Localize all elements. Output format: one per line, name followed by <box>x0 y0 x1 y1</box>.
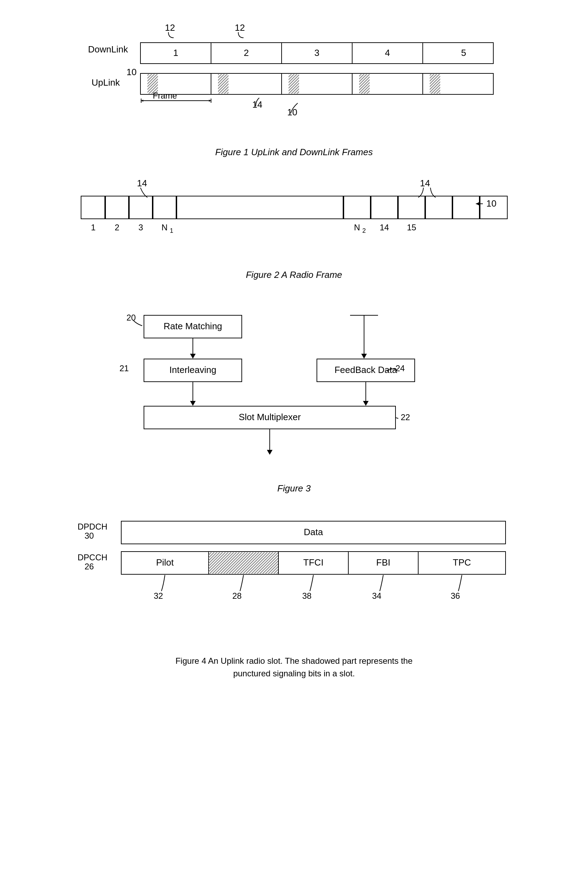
fig3-arrow4-head <box>267 450 273 455</box>
fig1-downlink-label: DownLink <box>88 44 128 54</box>
fig4-hatched <box>208 552 279 574</box>
svg-rect-12 <box>105 196 129 219</box>
fig1-label-12b: 12 <box>235 23 245 33</box>
fig3-label-20: 20 <box>126 313 136 322</box>
fig3-bracket-20 <box>134 321 142 326</box>
fig1-label-10: 10 <box>126 67 136 77</box>
fig3-fb-arrow-head <box>361 354 367 359</box>
fig4-bracket-32 <box>161 575 165 591</box>
fig1-ul-hatch4 <box>359 74 370 94</box>
fig1-ul-hatch5 <box>430 74 440 94</box>
fig1-bracket-12a <box>168 32 174 38</box>
fig4-dpcch-label-line2: 26 <box>84 562 94 571</box>
fig1-label-14: 14 <box>252 99 262 110</box>
fig1-ul-hatch3 <box>289 74 299 94</box>
figure1-caption: Figure 1 UpLink and DownLink Frames <box>28 147 560 158</box>
fig2-num-15: 15 <box>406 223 416 232</box>
fig4-tfci-text: TFCI <box>303 557 324 568</box>
fig4-data-text: Data <box>304 527 323 537</box>
fig1-ul-border <box>141 74 494 95</box>
figure4-diagram: DPDCH 30 Data DPCCH 26 Pilot TFCI FBI <box>67 515 521 648</box>
fig4-bracket-36 <box>458 575 462 591</box>
svg-rect-17 <box>370 196 398 219</box>
fig2-label-10: 10 <box>486 198 496 209</box>
fig1-dl-cell1: 1 <box>173 48 178 58</box>
fig2-num-n1: N <box>161 223 167 232</box>
svg-rect-16 <box>343 196 371 219</box>
fig1-dl-cell3: 3 <box>314 48 319 58</box>
fig2-label-14b: 14 <box>420 179 430 188</box>
fig2-label-14a: 14 <box>137 179 147 188</box>
fig2-num-n2: N <box>354 223 360 232</box>
fig1-dl-cell4: 4 <box>385 48 390 58</box>
figure4-caption: Figure 4 An Uplink radio slot. The shado… <box>28 655 560 680</box>
figure2-section: 14 14 10 <box>28 179 560 280</box>
fig4-bracket-34 <box>380 575 383 591</box>
fig1-bracket-12b <box>238 32 243 38</box>
fig3-feedback-text: FeedBack Data <box>334 365 397 375</box>
fig1-dl-cell2: 2 <box>243 48 248 58</box>
svg-rect-15 <box>176 196 344 219</box>
fig4-dpdch-label-line1: DPDCH <box>78 522 107 531</box>
fig3-rate-matching-text: Rate Matching <box>164 321 222 331</box>
fig1-ul-hatch2 <box>218 74 228 94</box>
svg-rect-11 <box>81 196 105 219</box>
fig3-arrow3-head <box>363 401 369 406</box>
svg-rect-18 <box>398 196 426 219</box>
fig4-pilot-text: Pilot <box>156 557 174 568</box>
fig2-num-1: 1 <box>91 223 95 232</box>
fig1-dl-cell5: 5 <box>461 48 466 58</box>
fig4-fbi-text: FBI <box>376 557 390 568</box>
figure2-diagram: 14 14 10 <box>67 179 521 263</box>
figure2-caption: Figure 2 A Radio Frame <box>28 269 560 280</box>
fig4-num-36: 36 <box>451 591 460 601</box>
fig4-bracket-28 <box>240 575 243 591</box>
figure4-caption-line2: punctured signaling bits in a slot. <box>233 669 355 678</box>
figure4-section: DPDCH 30 Data DPCCH 26 Pilot TFCI FBI <box>28 515 560 680</box>
svg-rect-14 <box>152 196 177 219</box>
fig2-num-14: 14 <box>380 223 389 232</box>
fig3-interleaving-text: Interleaving <box>169 365 216 375</box>
figure3-section: 20 Rate Matching 21 Interleaving 24 F <box>28 301 560 494</box>
fig4-num-34: 34 <box>372 591 381 601</box>
figure3-diagram: 20 Rate Matching 21 Interleaving 24 F <box>102 301 486 476</box>
fig3-arrow2-head <box>190 401 196 406</box>
figure3-caption: Figure 3 <box>28 483 560 494</box>
figure1-section: 12 12 DownLink 1 2 3 4 5 10 <box>28 21 560 158</box>
page: 12 12 DownLink 1 2 3 4 5 10 <box>0 0 588 877</box>
fig4-dpcch-label-line1: DPCCH <box>78 553 107 562</box>
fig1-label-12a: 12 <box>165 23 175 33</box>
svg-rect-19 <box>425 196 453 219</box>
fig2-num-n2-sub: 2 <box>362 227 366 234</box>
fig2-num-2: 2 <box>115 223 119 232</box>
fig4-tpc-text: TPC <box>453 557 471 568</box>
fig4-num-28: 28 <box>232 591 242 601</box>
fig4-dpdch-label-line2: 30 <box>84 531 94 541</box>
fig3-label-22: 22 <box>401 413 410 422</box>
fig4-num-32: 32 <box>154 591 163 601</box>
fig4-bracket-38 <box>310 575 314 591</box>
fig2-num-n1-sub: 1 <box>170 227 173 234</box>
figure1-diagram: 12 12 DownLink 1 2 3 4 5 10 <box>84 21 504 140</box>
fig1-frame-label: Frame <box>153 91 177 100</box>
svg-rect-20 <box>452 196 480 219</box>
fig2-num-3: 3 <box>138 223 143 232</box>
fig1-label-10b: 10 <box>287 107 297 117</box>
fig3-label-21: 21 <box>120 363 129 373</box>
svg-rect-13 <box>129 196 153 219</box>
fig1-uplink-label: UpLink <box>92 77 120 88</box>
fig3-arrow1-head <box>190 354 196 359</box>
figure4-caption-line1: Figure 4 An Uplink radio slot. The shado… <box>176 656 412 665</box>
fig3-slot-mux-text: Slot Multiplexer <box>238 412 301 422</box>
fig4-num-38: 38 <box>302 591 312 601</box>
